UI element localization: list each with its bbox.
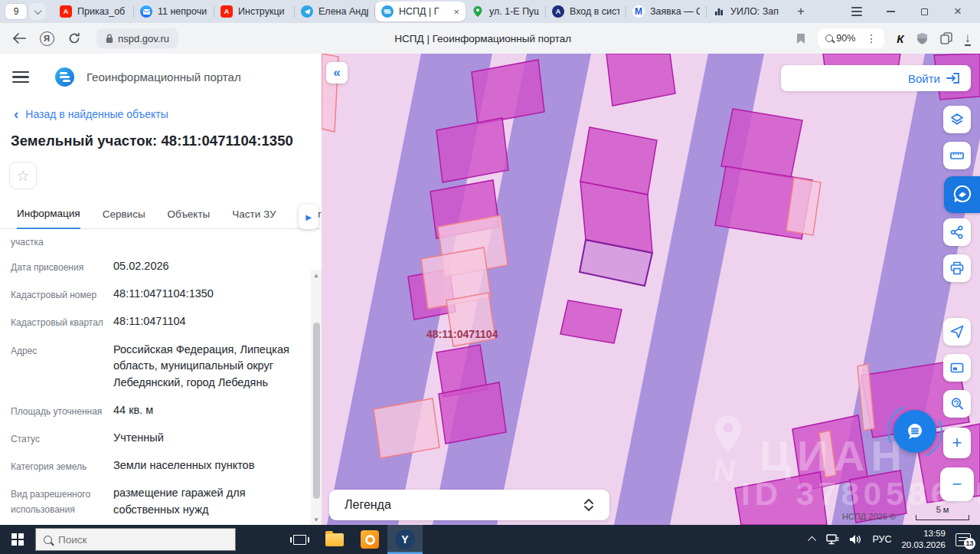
object-info-panel: Геоинформационный портал ‹ Назад в найде… <box>0 54 322 525</box>
tabs-scroll-right-button[interactable]: ▶ <box>299 205 318 229</box>
layers-icon <box>949 112 965 127</box>
tray-expand-icon[interactable] <box>808 536 816 545</box>
auth-icon: A <box>552 5 564 18</box>
triangle-right-icon: ▶ <box>305 213 312 221</box>
legend-toggle[interactable]: Легенда <box>329 490 609 520</box>
favorite-star-button[interactable]: ☆ <box>9 162 37 189</box>
yandex-icon: Я <box>40 31 54 46</box>
window-restore-button[interactable] <box>917 5 931 18</box>
url-text: nspd.gov.ru <box>118 33 169 44</box>
browser-tab-auth[interactable]: A Вход в сист <box>546 2 626 21</box>
tab-services[interactable]: Сервисы <box>103 208 145 228</box>
browser-tab-telegram[interactable]: Елена Андр <box>295 2 374 21</box>
download-icon[interactable]: ↓ <box>965 31 972 46</box>
nspd-tool-button-active[interactable] <box>944 176 980 213</box>
print-button[interactable] <box>943 254 971 282</box>
search-input[interactable] <box>58 534 211 546</box>
double-chevron-left-icon: « <box>333 65 340 80</box>
minus-icon: − <box>952 474 962 494</box>
chevron-left-icon: ‹ <box>14 108 18 120</box>
more-options-icon[interactable]: ⋮ <box>866 32 877 44</box>
field-row: Кадастровый номер48:11:0471104:1350 <box>11 286 299 303</box>
legend-label: Легенда <box>345 498 391 512</box>
navigation-arrow-icon <box>949 324 965 339</box>
notification-badge: 13 <box>964 538 975 549</box>
page-title: НСПД | Геоинформационный портал <box>394 33 571 44</box>
taskbar-clock[interactable]: 13:59 20.03.2026 <box>901 528 946 551</box>
clock-date: 20.03.2026 <box>901 539 946 551</box>
browser-tab-pdf-1[interactable]: A Приказ_об <box>54 2 133 21</box>
tab-information[interactable]: Информация <box>17 208 80 229</box>
cadastral-map[interactable]: 48:11:0471104 N ЦИАН ID 378058695 « Войт… <box>322 54 980 525</box>
scale-bar: 5 м <box>916 505 969 520</box>
network-icon[interactable] <box>826 534 839 545</box>
start-button[interactable] <box>0 525 35 554</box>
k-extension-icon[interactable]: К <box>897 32 903 45</box>
task-view-button[interactable] <box>282 525 317 554</box>
layers-button[interactable] <box>943 106 971 133</box>
browser-tab-pdf-2[interactable]: A Инструкци <box>214 2 294 21</box>
chevron-down-icon[interactable] <box>29 3 46 20</box>
window-minimize-button[interactable] <box>884 5 897 18</box>
bookmark-icon[interactable] <box>796 33 805 44</box>
field-row: Кадастровый квартал48:11:0471104 <box>11 313 299 330</box>
search-area-button[interactable] <box>943 390 971 418</box>
menu-icon[interactable] <box>12 71 29 84</box>
minimap-button[interactable] <box>943 354 971 382</box>
new-tab-button[interactable]: + <box>791 2 811 21</box>
map-bubble-icon <box>952 185 972 205</box>
panel-scrollbar[interactable]: ▲ ▼ <box>311 270 322 525</box>
map-attribution: НСПД 2026 © <box>842 512 896 521</box>
login-bar[interactable]: Войти <box>781 65 971 91</box>
browser-app-button[interactable]: Y <box>387 525 423 554</box>
tab-parts[interactable]: Части ЗУ <box>232 208 276 228</box>
browser-tab-uilo[interactable]: УИЛО: Зап <box>707 2 786 21</box>
collapse-panel-button[interactable]: « <box>326 62 348 84</box>
zoom-out-button[interactable]: − <box>940 467 974 501</box>
chat-button[interactable] <box>893 410 936 453</box>
ruler-button[interactable] <box>943 142 971 169</box>
lock-icon <box>106 34 113 44</box>
locate-button[interactable] <box>943 318 971 346</box>
back-button[interactable] <box>9 28 29 48</box>
minimap-icon <box>949 360 965 375</box>
window-close-button[interactable]: × <box>951 5 965 18</box>
volume-icon[interactable] <box>849 534 862 545</box>
notification-center-button[interactable]: 13 <box>956 533 971 546</box>
shield-extension-icon[interactable] <box>916 32 928 44</box>
url-field[interactable]: nspd.gov.ru <box>96 28 178 48</box>
back-to-results-link[interactable]: ‹ Назад в найденные объекты <box>0 91 322 120</box>
browser-tab-nspd-active[interactable]: НСПД | Г × <box>375 2 466 21</box>
plus-icon: + <box>952 433 962 453</box>
browser-tab-bar: 9 A Приказ_об 11 непрочи A Инструкци <box>0 0 980 23</box>
zoom-level: 90% <box>836 33 855 44</box>
tab-objects[interactable]: Объекты <box>168 208 211 228</box>
scroll-down-icon[interactable]: ▼ <box>313 514 319 525</box>
tab-strip: A Приказ_об 11 непрочи A Инструкци Елен <box>54 0 786 23</box>
system-tray: РУС 13:59 20.03.2026 13 <box>810 528 980 551</box>
browser-tab-mailm[interactable]: M Заявка — С <box>626 2 706 21</box>
close-icon[interactable]: × <box>453 7 459 17</box>
ruler-icon <box>949 148 965 163</box>
map-layers: 48:11:0471104 <box>322 54 980 525</box>
reload-button[interactable] <box>64 28 84 48</box>
printer-icon <box>949 261 965 276</box>
share-button[interactable] <box>943 218 971 246</box>
tab-counter[interactable]: 9 <box>5 3 46 20</box>
browser-tab-mail[interactable]: 11 непрочи <box>134 2 214 21</box>
sort-chevrons-icon <box>583 498 594 512</box>
mail-app-button[interactable] <box>352 525 387 554</box>
address-bar-actions: 90% ⋮ К ↓ <box>796 28 971 48</box>
yandex-services-button[interactable]: Я <box>37 28 57 48</box>
browser-tab-map-address[interactable]: ул. 1-Е Пуш <box>466 2 545 21</box>
tab-panel-icon[interactable] <box>850 5 864 18</box>
scroll-up-icon[interactable]: ▲ <box>313 270 319 280</box>
pages-extension-icon[interactable] <box>940 32 952 44</box>
zoom-chip[interactable]: 90% ⋮ <box>818 28 884 48</box>
zoom-in-button[interactable]: + <box>943 428 971 458</box>
scrollbar-thumb[interactable] <box>313 323 320 499</box>
language-indicator[interactable]: РУС <box>872 534 891 545</box>
file-explorer-button[interactable] <box>317 525 352 554</box>
quarter-label: 48:11:0471104 <box>426 328 498 340</box>
taskbar-search[interactable] <box>35 528 236 551</box>
